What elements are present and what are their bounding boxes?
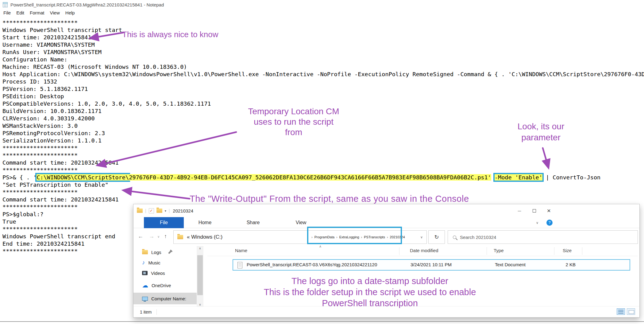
sort-ascending-icon[interactable]: ∧ (319, 244, 322, 248)
scrollbar-thumb[interactable] (197, 255, 203, 295)
large-icons-view-icon[interactable] (627, 308, 635, 315)
sidebar-item-label: OneDrive (152, 283, 171, 288)
breadcrumb-item[interactable]: ExtraLogging (339, 235, 359, 239)
notepad-window-title: PowerShell_transcript.RECAST-03.MggWhra2… (10, 2, 164, 7)
address-folder-icon (177, 235, 183, 239)
separator: | (145, 208, 146, 213)
maximize-icon (533, 209, 536, 213)
file-name: PowerShell_transcript.RECAST-03.V6X6sYqg… (247, 262, 377, 267)
folder-icon (137, 209, 143, 213)
transcript-text: WSManStackVersion: 3.0 (2, 123, 78, 129)
explorer-minimize-button[interactable]: ─ (512, 204, 527, 217)
transcript-line: RunAs User: VIAMONSTRA\SYSTEM (2, 49, 644, 56)
transcript-line: Host Application: C:\WINDOWS\system32\Wi… (2, 71, 644, 78)
notepad-menubar: File Edit Format View Help (1, 9, 78, 16)
transcript-line: ********************** (2, 19, 644, 26)
transcript-line: Command start time: 20210324215841 (2, 159, 644, 166)
transcript-text: ********************** (2, 204, 78, 210)
ribbon-collapse-chevron-icon[interactable]: ∨ (536, 221, 538, 225)
breadcrumb-item[interactable]: PSTranscripts (364, 235, 385, 239)
sidebar-item-music[interactable]: Music (133, 258, 197, 267)
sidebar-item-logs[interactable]: Logs (133, 247, 197, 257)
screen: PowerShell_transcript.RECAST-03.MggWhra2… (0, 0, 644, 324)
sidebar-item-label: Computer Name: (151, 296, 186, 301)
transcript-text: RunAs User: VIAMONSTRA\SYSTEM (2, 49, 102, 55)
file-row[interactable]: PowerShell_transcript.RECAST-03.V6X6sYqg… (233, 259, 630, 271)
sidebar-scrollbar[interactable]: ∧ ∨ (197, 246, 203, 307)
transcript-text: Username: VIAMONSTRA\SYSTEM (2, 41, 95, 48)
transcript-text: ********************** (2, 145, 78, 151)
column-header-type[interactable]: Type (494, 248, 504, 253)
quick-access-chevron-icon[interactable]: ▾ (165, 209, 166, 213)
sidebar-item-label: Logs (151, 250, 161, 255)
transcript-text: CLRVersion: 4.0.30319.42000 (2, 115, 95, 122)
tab-file[interactable]: File (144, 217, 184, 228)
transcript-line: ********************** (2, 144, 644, 152)
status-separator (156, 309, 157, 315)
transcript-text: Machine: RECAST-03 (Microsoft Windows NT… (2, 64, 187, 70)
back-icon[interactable]: ← (138, 233, 143, 240)
tab-view[interactable]: View (287, 217, 315, 228)
new-folder-icon[interactable] (156, 209, 162, 213)
music-icon (142, 259, 145, 266)
sidebar-item-label: Music (148, 260, 160, 265)
address-dropdown-chevron-icon[interactable]: ∨ (420, 235, 423, 239)
breadcrumb-item[interactable]: 20210324 (390, 235, 405, 239)
transcript-text: Windows PowerShell transcript end (2, 233, 115, 240)
menu-edit[interactable]: Edit (13, 10, 27, 15)
transcript-text: BuildVersion: 10.0.18362.1171 (2, 108, 102, 114)
menu-format[interactable]: Format (27, 10, 47, 15)
transcript-line: Windows PowerShell transcript start (2, 26, 644, 34)
transcript-line: ********************** (2, 152, 644, 159)
file-size: 2 KB (565, 262, 576, 267)
transcript-line: Command start time: 20210324215841 (2, 196, 644, 203)
column-divider (582, 247, 582, 255)
details-view-icon[interactable] (617, 308, 625, 315)
properties-check-icon[interactable]: ✓ (149, 208, 154, 213)
transcript-text: Windows PowerShell transcript start (2, 27, 122, 33)
menu-help[interactable]: Help (63, 10, 78, 15)
column-header-name[interactable]: Name (235, 248, 247, 253)
breadcrumb-root[interactable]: « Windows (C:) (187, 234, 222, 240)
explorer-statusbar: 1 item (133, 306, 639, 317)
sidebar-item-label: Videos (151, 271, 165, 276)
status-item-count: 1 item (140, 310, 152, 314)
transcript-text: Configuration Name: (2, 56, 71, 63)
refresh-button[interactable]: ↻ (428, 230, 445, 244)
history-chevron-icon[interactable]: ∨ (157, 235, 160, 238)
scroll-up-icon[interactable]: ∧ (197, 247, 203, 250)
column-header-size[interactable]: Size (563, 248, 572, 253)
transcript-text: PSRemotingProtocolVersion: 2.3 (2, 130, 105, 136)
transcript-text (491, 174, 495, 181)
transcript-line: ********************** (2, 189, 644, 196)
sidebar-item-videos[interactable]: Videos (133, 268, 197, 278)
transcript-line: "Set PSTranscription to Enable" (2, 181, 644, 189)
explorer-maximize-button[interactable] (527, 204, 542, 217)
breadcrumb-separator-icon: › (387, 235, 388, 239)
forward-icon[interactable]: → (149, 233, 154, 240)
breadcrumb-item[interactable]: ProgramData (314, 235, 334, 239)
help-icon[interactable]: ? (546, 220, 553, 226)
column-header-date-modified[interactable]: Date modified (410, 248, 438, 253)
explorer-close-button[interactable]: × (542, 204, 556, 217)
tab-share[interactable]: Share (239, 217, 267, 228)
transcript-text: ********************** (2, 167, 78, 173)
notepad-titlebar: PowerShell_transcript.RECAST-03.MggWhra2… (0, 0, 644, 9)
transcript-text: | ConvertTo-Json (542, 174, 600, 181)
scroll-down-icon[interactable]: ∨ (197, 303, 203, 306)
address-bar[interactable]: « Windows (C:) ›ProgramData›ExtraLogging… (173, 230, 427, 244)
menu-file[interactable]: File (1, 10, 13, 15)
transcript-text: ********************** (2, 152, 78, 158)
transcript-line: ********************** (2, 166, 644, 174)
search-placeholder: Search 20210324 (460, 235, 496, 240)
transcript-text: PSVersion: 5.1.18362.1171 (2, 86, 88, 92)
transcript-text: SerializationVersion: 1.1.0.1 (2, 137, 102, 144)
transcript-line: WSManStackVersion: 3.0 (2, 122, 644, 130)
search-input[interactable]: Search 20210324 (448, 230, 638, 244)
sidebar-item-computer-name[interactable]: Computer Name: (133, 293, 197, 304)
up-icon[interactable]: ↑ (164, 233, 167, 240)
menu-view[interactable]: View (47, 10, 63, 15)
sidebar-item-onedrive[interactable]: OneDrive (133, 280, 197, 290)
page-edge-line (0, 321, 644, 322)
tab-home[interactable]: Home (191, 217, 219, 228)
